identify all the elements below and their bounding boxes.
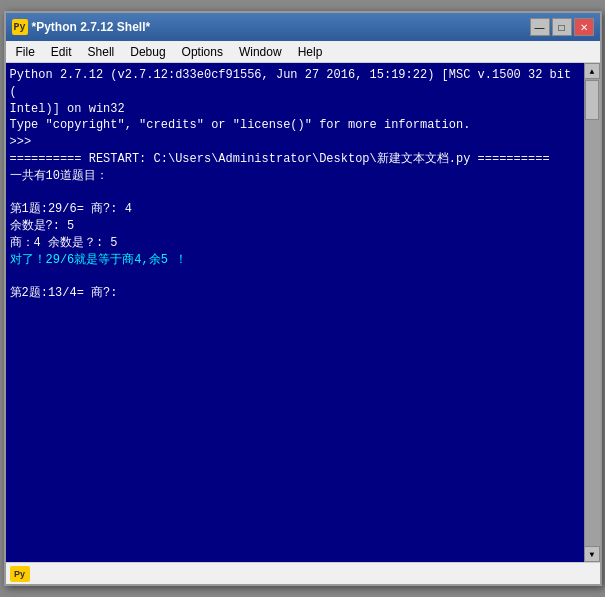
title-controls: — □ ✕	[530, 18, 594, 36]
menu-item-file[interactable]: File	[8, 41, 43, 62]
maximize-button[interactable]: □	[552, 18, 572, 36]
terminal-line: 余数是?: 5	[10, 219, 75, 233]
menu-item-options[interactable]: Options	[174, 41, 231, 62]
minimize-button[interactable]: —	[530, 18, 550, 36]
scroll-down-button[interactable]: ▼	[584, 546, 600, 562]
content-area: Python 2.7.12 (v2.7.12:d33e0cf91556, Jun…	[6, 63, 600, 562]
title-bar: Py *Python 2.7.12 Shell* — □ ✕	[6, 13, 600, 41]
menu-item-shell[interactable]: Shell	[80, 41, 123, 62]
menu-item-help[interactable]: Help	[290, 41, 331, 62]
terminal-line: >>>	[10, 135, 39, 149]
menu-item-debug[interactable]: Debug	[122, 41, 173, 62]
terminal-line: 商：4 余数是？: 5	[10, 236, 118, 250]
terminal-line: Type "copyright", "credits" or "license(…	[10, 118, 471, 132]
terminal-line: Intel)] on win32	[10, 102, 125, 116]
status-bar: Py	[6, 562, 600, 584]
scrollbar[interactable]: ▲ ▼	[584, 63, 600, 562]
terminal-line: 一共有10道题目：	[10, 169, 108, 183]
title-bar-left: Py *Python 2.7.12 Shell*	[12, 19, 151, 35]
scroll-track	[585, 79, 600, 546]
app-icon: Py	[12, 19, 28, 35]
scroll-thumb[interactable]	[585, 80, 599, 120]
main-window: Py *Python 2.7.12 Shell* — □ ✕ FileEditS…	[4, 11, 602, 586]
terminal-output[interactable]: Python 2.7.12 (v2.7.12:d33e0cf91556, Jun…	[6, 63, 584, 562]
terminal-line: ========== RESTART: C:\Users\Administrat…	[10, 152, 550, 166]
terminal-line: Python 2.7.12 (v2.7.12:d33e0cf91556, Jun…	[10, 68, 579, 99]
status-icon: Py	[10, 566, 30, 582]
close-button[interactable]: ✕	[574, 18, 594, 36]
status-item: Py	[10, 566, 30, 582]
menu-item-edit[interactable]: Edit	[43, 41, 80, 62]
terminal-line: 第1题:29/6= 商?: 4	[10, 202, 132, 216]
terminal-line: 对了！29/6就是等于商4,余5 ！	[10, 253, 188, 267]
scroll-up-button[interactable]: ▲	[584, 63, 600, 79]
menu-item-window[interactable]: Window	[231, 41, 290, 62]
terminal-line: 第2题:13/4= 商?:	[10, 286, 118, 300]
menu-bar: FileEditShellDebugOptionsWindowHelp	[6, 41, 600, 63]
window-title: *Python 2.7.12 Shell*	[32, 20, 151, 34]
